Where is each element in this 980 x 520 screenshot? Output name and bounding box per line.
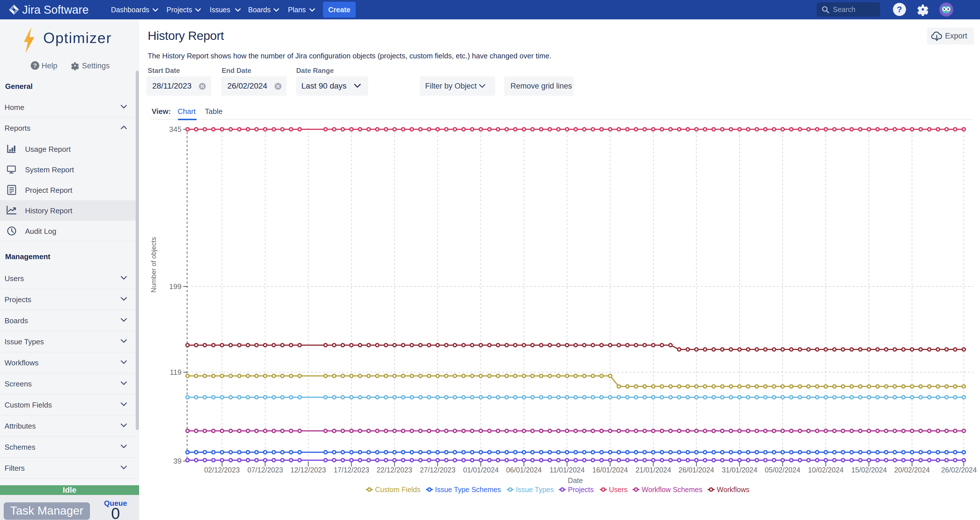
svg-text:?: ?	[33, 62, 37, 69]
svg-text:?: ?	[897, 5, 902, 14]
